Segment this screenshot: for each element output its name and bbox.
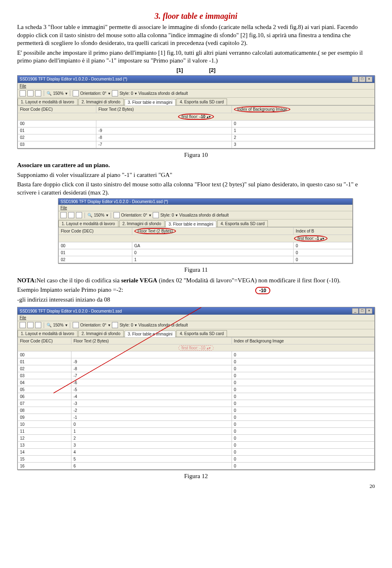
floor-table[interactable]: Floor Code (DEC) Floor Text (2 Bytes) In… bbox=[18, 105, 374, 148]
style-icon[interactable] bbox=[112, 90, 118, 96]
show-default-bg[interactable]: Visualizza sfondo di default bbox=[138, 91, 188, 96]
screenshot-fig11: SSD1906 TFT Display Editor v1.0.2.0 - Do… bbox=[58, 198, 353, 264]
example-line: Esempio Impianto seriale Primo piano =-2… bbox=[17, 286, 123, 294]
tab-3[interactable]: 4. Esporta sulla SD card bbox=[176, 330, 227, 337]
toolbar[interactable]: 🔍 150% ▾ Orientation: 0° ▾ Style: 0 ▾ Vi… bbox=[18, 89, 374, 98]
figure-caption: Figura 12 bbox=[17, 472, 375, 481]
table-row[interactable]: 0100 bbox=[59, 249, 352, 256]
window-title: SSD1906 TFT Display Editor v1.0.2.0 - Do… bbox=[20, 77, 127, 81]
table-row[interactable]: 0210 bbox=[59, 256, 352, 263]
tab-3[interactable]: 4. Esporta sulla SD card bbox=[176, 98, 227, 105]
table-row[interactable]: 1220 bbox=[18, 435, 374, 442]
menu-bar[interactable]: File bbox=[18, 83, 374, 89]
paragraph: E' possibile anche impostare il primo pi… bbox=[17, 49, 375, 65]
tab-0[interactable]: 1. Layout e modalità di lavoro bbox=[18, 330, 78, 337]
table-row[interactable]: 08-20 bbox=[18, 407, 374, 414]
col-floor-text: Floor Text (2 Bytes) bbox=[96, 105, 232, 113]
example-line: -gli indirizzi interessati iniziano da 0… bbox=[17, 296, 123, 304]
tab-1[interactable]: 2. Immagini di sfondo bbox=[119, 220, 165, 227]
paragraph: Supponiamo di voler visualizzare al pian… bbox=[17, 171, 375, 179]
note: NOTA:Nel caso che il tipo di codifica si… bbox=[17, 277, 375, 285]
col-floor-code: Floor Code (DEC) bbox=[18, 105, 96, 113]
table-row[interactable]: 000 bbox=[18, 351, 374, 358]
tab-3[interactable]: 4. Esporta sulla SD card bbox=[217, 220, 268, 227]
table-row[interactable]: 1550 bbox=[18, 456, 374, 463]
table-row[interactable]: 05-50 bbox=[18, 386, 374, 393]
section-heading: 3. floor table e immagini bbox=[17, 11, 375, 21]
tab-2[interactable]: 3. Floor table e immagini bbox=[165, 221, 217, 227]
tab-0[interactable]: 1. Layout e modalità di lavoro bbox=[18, 98, 78, 105]
tab-1[interactable]: 2. Immagini di sfondo bbox=[78, 98, 124, 105]
table-row[interactable]: 06-40 bbox=[18, 393, 374, 400]
tab-2[interactable]: 3. Floor table e immagini bbox=[125, 99, 176, 105]
subsection-title: Associare un carattere ad un piano. bbox=[17, 161, 375, 170]
table-row[interactable]: 1440 bbox=[18, 449, 374, 456]
window-titlebar: SSD1906 TFT Display Editor v1.0.2.0 - Do… bbox=[18, 76, 374, 83]
screenshot-fig10: SSD1906 TFT Display Editor v1.0.2.0 - Do… bbox=[17, 75, 375, 149]
table-row[interactable]: 07-30 bbox=[18, 400, 374, 407]
page-number: 20 bbox=[370, 483, 375, 490]
paragraph: La scheda 3 "floor table e immagini" per… bbox=[17, 23, 375, 47]
table-row[interactable]: 02-80 bbox=[18, 365, 374, 372]
tab-row: 1. Layout e modalità di lavoro2. Immagin… bbox=[18, 98, 374, 105]
table-row[interactable]: 04-60 bbox=[18, 379, 374, 386]
save-icon[interactable] bbox=[35, 90, 41, 96]
table-row[interactable]: 01-90 bbox=[18, 358, 374, 365]
callout-2: [2] bbox=[209, 67, 216, 73]
figure-caption: Figura 10 bbox=[17, 151, 375, 159]
table-row[interactable]: 01-91 bbox=[18, 127, 374, 134]
col-index-bg: Index of Backgroung Image bbox=[232, 105, 374, 113]
window-buttons: _□× bbox=[352, 76, 372, 82]
window-title: SSD1906 TFT Display Editor v1.0.2.0 - Do… bbox=[60, 199, 168, 204]
table-row[interactable]: 1660 bbox=[18, 463, 374, 470]
zoom-value[interactable]: 150% bbox=[53, 91, 64, 96]
orientation-icon[interactable] bbox=[73, 90, 79, 96]
table-row[interactable]: 02-82 bbox=[18, 134, 374, 141]
tab-1[interactable]: 2. Immagini di sfondo bbox=[78, 330, 124, 337]
tab-2[interactable]: 3. Floor table e immagini bbox=[125, 331, 176, 337]
table-row[interactable]: 00GA0 bbox=[59, 242, 352, 249]
screenshot-fig12: SSD1906 TFT Display Editor v1.0.2.0 - Do… bbox=[17, 307, 375, 470]
open-icon[interactable] bbox=[27, 90, 33, 96]
table-row[interactable]: 1110 bbox=[18, 428, 374, 435]
table-row[interactable]: 03-70 bbox=[18, 372, 374, 379]
table-row[interactable]: 1330 bbox=[18, 442, 374, 449]
paragraph: Basta fare doppio click con il tasto sin… bbox=[17, 181, 375, 197]
table-row[interactable]: 03-73 bbox=[18, 141, 374, 148]
window-title: SSD1906 TFT Display Editor v1.0.2.0 - Do… bbox=[20, 309, 122, 313]
neg10-badge: -10 bbox=[255, 287, 270, 294]
table-row[interactable]: 000 bbox=[18, 120, 374, 127]
tab-0[interactable]: 1. Layout e modalità di lavoro bbox=[58, 220, 118, 227]
new-icon[interactable] bbox=[20, 90, 26, 96]
figure-caption: Figura 11 bbox=[17, 266, 375, 274]
table-row[interactable]: 09-10 bbox=[18, 414, 374, 421]
table-row[interactable]: 1000 bbox=[18, 421, 374, 428]
callout-1: [1] bbox=[176, 67, 183, 73]
